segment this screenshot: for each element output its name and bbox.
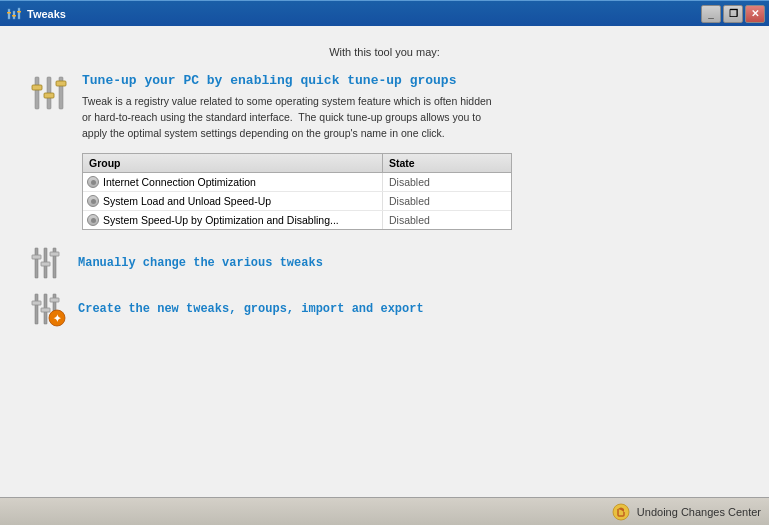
manual-title[interactable]: Manually change the various tweaks: [78, 256, 323, 270]
svg-rect-15: [32, 255, 41, 259]
table-row[interactable]: System Load and Unload Speed-Up Disabled: [83, 192, 511, 211]
tweaks-icon: [6, 6, 22, 22]
svg-rect-6: [35, 77, 39, 109]
radio-icon: [87, 195, 99, 207]
svg-rect-0: [8, 9, 10, 19]
col-state-header: State: [383, 154, 511, 172]
tuneup-table: Group State Internet Connection Optimiza…: [82, 153, 512, 230]
restore-button[interactable]: ❐: [723, 5, 743, 23]
svg-rect-4: [12, 15, 16, 17]
svg-rect-11: [56, 81, 66, 86]
table-header: Group State: [83, 154, 511, 173]
group-name: Internet Connection Optimization: [103, 176, 256, 188]
svg-point-26: [613, 504, 629, 520]
group-name: System Speed-Up by Optimization and Disa…: [103, 214, 339, 226]
tuneup-title: Tune-up your PC by enabling quick tune-u…: [82, 73, 739, 88]
status-bar: Undoing Changes Center: [0, 497, 769, 525]
close-button[interactable]: ✕: [745, 5, 765, 23]
table-row[interactable]: System Speed-Up by Optimization and Disa…: [83, 211, 511, 229]
window-body: With this tool you may: Tune-up your PC …: [0, 26, 769, 497]
svg-rect-22: [41, 308, 50, 312]
svg-rect-3: [7, 12, 11, 14]
undo-icon: [611, 502, 631, 522]
svg-rect-21: [32, 301, 41, 305]
svg-rect-16: [41, 262, 50, 266]
tuneup-description: Tweak is a registry value related to som…: [82, 94, 739, 141]
title-bar-buttons: _ ❐ ✕: [701, 5, 765, 23]
state-cell: Disabled: [383, 173, 511, 191]
radio-icon: [87, 214, 99, 226]
create-title[interactable]: Create the new tweaks, groups, import an…: [78, 302, 424, 316]
minimize-button[interactable]: _: [701, 5, 721, 23]
svg-rect-9: [32, 85, 42, 90]
status-text: Undoing Changes Center: [637, 506, 761, 518]
window-title: Tweaks: [27, 8, 66, 20]
manual-icon: [30, 245, 66, 281]
svg-rect-12: [35, 248, 38, 278]
svg-rect-23: [50, 298, 59, 302]
tuneup-section: Tune-up your PC by enabling quick tune-u…: [30, 73, 739, 230]
manual-section: Manually change the various tweaks: [30, 245, 739, 281]
tuneup-icon: [30, 73, 70, 113]
group-cell: System Load and Unload Speed-Up: [83, 192, 383, 210]
tuneup-icon-container: [30, 73, 70, 113]
svg-rect-2: [18, 8, 20, 19]
state-cell: Disabled: [383, 211, 511, 229]
group-cell: Internet Connection Optimization: [83, 173, 383, 191]
create-section: ✦ Create the new tweaks, groups, import …: [30, 291, 739, 327]
svg-text:✦: ✦: [53, 313, 62, 324]
create-icon: ✦: [30, 291, 66, 327]
group-name: System Load and Unload Speed-Up: [103, 195, 271, 207]
col-group-header: Group: [83, 154, 383, 172]
table-row[interactable]: Internet Connection Optimization Disable…: [83, 173, 511, 192]
state-cell: Disabled: [383, 192, 511, 210]
radio-icon: [87, 176, 99, 188]
svg-rect-18: [35, 294, 38, 324]
group-cell: System Speed-Up by Optimization and Disa…: [83, 211, 383, 229]
intro-text: With this tool you may:: [30, 46, 739, 58]
tuneup-content: Tune-up your PC by enabling quick tune-u…: [82, 73, 739, 230]
title-bar-left: Tweaks: [6, 6, 66, 22]
title-bar: Tweaks _ ❐ ✕: [0, 0, 769, 26]
svg-rect-10: [44, 93, 54, 98]
svg-rect-17: [50, 252, 59, 256]
svg-rect-5: [17, 11, 21, 13]
content-area: With this tool you may: Tune-up your PC …: [0, 26, 769, 497]
